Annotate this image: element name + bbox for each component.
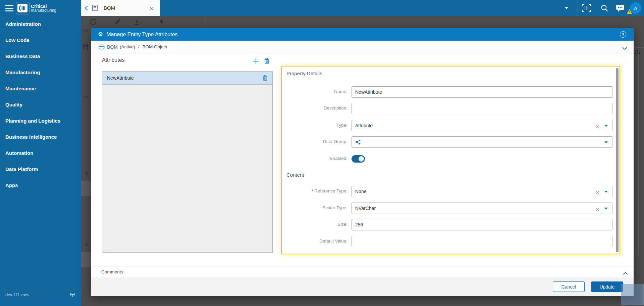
- breadcrumb: BOM (Active) / BOM Object: [91, 41, 634, 53]
- name-label: Name:: [282, 89, 347, 94]
- tab-close-icon[interactable]: [150, 6, 154, 12]
- data-group-select[interactable]: [352, 136, 612, 148]
- type-select[interactable]: Attribute: [352, 120, 612, 131]
- dialog-footer: Cancel Update: [91, 277, 634, 296]
- refresh-icon: [89, 18, 97, 27]
- dropdown-caret-icon[interactable]: [604, 191, 608, 193]
- topbar-divider: [578, 0, 578, 16]
- dropdown-caret-icon[interactable]: [604, 141, 608, 143]
- network-status-icon: [70, 293, 75, 299]
- cancel-button[interactable]: Cancel: [553, 281, 585, 292]
- name-field[interactable]: [352, 86, 612, 98]
- collapse-chevron-down-icon[interactable]: [622, 45, 627, 51]
- list-view-icon: [83, 44, 89, 52]
- attribute-list-item-selected[interactable]: NewAttribute: [102, 72, 272, 85]
- sidebar-item-planning-and-logistics[interactable]: Planning and Logistics: [0, 113, 81, 129]
- backdrop-dashed-line: [638, 50, 639, 255]
- dropdown-caret-icon[interactable]: [604, 125, 608, 127]
- property-details-panel: Property Details Name: Description: Type…: [281, 66, 620, 254]
- delete-attribute-icon[interactable]: [264, 58, 269, 65]
- search-icon[interactable]: [600, 4, 608, 13]
- topbar-divider: [612, 0, 612, 16]
- sidebar-item-low-code[interactable]: Low Code: [0, 32, 81, 48]
- sidebar-item-data-platform[interactable]: Data Platform: [0, 161, 81, 177]
- hidden-text-fragment: O: [85, 242, 88, 247]
- clear-icon[interactable]: [596, 207, 599, 213]
- description-field[interactable]: [352, 103, 612, 114]
- topbar: BOM: [81, 0, 644, 16]
- reference-type-label-text: Reference Type:: [314, 188, 347, 193]
- sidebar: Critical manufacturing Administration Lo…: [0, 0, 81, 306]
- reference-type-label: *Reference Type:: [282, 188, 347, 193]
- scalar-type-label: Scalar Type:: [282, 205, 347, 210]
- sidebar-item-business-data[interactable]: Business Data: [0, 48, 81, 64]
- property-details-title: Property Details: [286, 71, 322, 76]
- attribute-name: NewAttribute: [107, 75, 263, 81]
- barcode-scan-icon[interactable]: [582, 4, 591, 13]
- touch-indicator-overlay: [621, 284, 644, 305]
- required-marker: *: [312, 188, 313, 193]
- breadcrumb-object: BOM Object: [142, 44, 167, 49]
- company-logo-icon[interactable]: [17, 4, 28, 12]
- toolbar-label-fragment: Re: [84, 29, 89, 32]
- enabled-label: Enabled:: [282, 156, 347, 161]
- size-label: Size:: [282, 222, 347, 227]
- comments-section[interactable]: Comments:: [91, 266, 634, 277]
- comments-collapse-chevron-up-icon[interactable]: [623, 270, 628, 276]
- logo-subtitle: manufacturing: [31, 8, 56, 12]
- clear-icon[interactable]: [596, 124, 599, 130]
- sidebar-item-manufacturing[interactable]: Manufacturing: [0, 64, 81, 81]
- manage-entity-type-attributes-dialog: ⚙ Manage Entity Type Attributes ? BOM (A…: [91, 28, 634, 296]
- application-root: Critical manufacturing Administration Lo…: [0, 0, 644, 306]
- edit-pencil-icon: [114, 18, 121, 26]
- dropdown-caret-icon[interactable]: [604, 208, 608, 210]
- chevron-down-fragment-icon: [84, 94, 88, 100]
- reference-type-value: None: [355, 189, 366, 194]
- breadcrumb-separator: /: [138, 44, 140, 49]
- sidebar-item-maintenance[interactable]: Maintenance: [0, 81, 81, 97]
- sidebar-item-business-intelligence[interactable]: Business Intelligence: [0, 129, 81, 145]
- caret-down-icon[interactable]: [565, 7, 568, 9]
- scalar-type-select[interactable]: NVarChar: [352, 203, 612, 214]
- type-label: Type:: [282, 123, 347, 128]
- add-attribute-icon[interactable]: [253, 58, 259, 65]
- type-value: Attribute: [355, 123, 373, 128]
- update-button[interactable]: Update: [591, 281, 623, 292]
- sidebar-item-apps[interactable]: Apps: [0, 177, 81, 193]
- tab-label: BOM: [104, 5, 115, 11]
- lightning-action-icon: [158, 18, 165, 27]
- size-field[interactable]: [352, 219, 612, 230]
- breadcrumb-entity-state: (Active): [120, 44, 135, 49]
- default-value-label: Default Value:: [282, 238, 347, 244]
- scalar-type-value: NVarChar: [355, 206, 376, 211]
- description-label: Description:: [282, 105, 347, 111]
- tab-bom[interactable]: BOM: [81, 0, 160, 16]
- content-section-title: Content: [286, 172, 304, 178]
- export-download-icon: [133, 18, 140, 27]
- breadcrumb-entity-link[interactable]: BOM: [107, 44, 118, 50]
- document-icon: [92, 5, 98, 12]
- sidebar-item-automation[interactable]: Automation: [0, 145, 81, 161]
- hidden-text-fragment: O: [85, 171, 88, 176]
- chat-icon[interactable]: [616, 4, 625, 13]
- hamburger-menu-icon[interactable]: [5, 5, 13, 11]
- sidebar-item-administration[interactable]: Administration: [0, 16, 81, 32]
- help-icon[interactable]: ?: [620, 31, 626, 38]
- toggle-knob: [359, 156, 364, 162]
- panel-scrollbar[interactable]: [616, 68, 619, 252]
- dialog-header: ⚙ Manage Entity Type Attributes: [91, 28, 634, 41]
- upload-box-icon: [635, 49, 641, 56]
- comments-label: Comments:: [101, 269, 124, 274]
- row-delete-icon[interactable]: [263, 75, 268, 81]
- back-chevron-icon[interactable]: [85, 6, 88, 12]
- sidebar-item-quality[interactable]: Quality: [0, 97, 81, 113]
- toolbar-divider: [205, 17, 205, 28]
- gear-icon: ⚙: [98, 32, 103, 37]
- default-value-field[interactable]: [352, 236, 612, 247]
- data-group-label: Data Group:: [282, 139, 347, 144]
- enabled-toggle[interactable]: [352, 155, 365, 163]
- sidebar-footer-divider: [0, 289, 81, 289]
- backdrop-dashed-line: [634, 47, 644, 48]
- reference-type-select[interactable]: None: [352, 186, 612, 197]
- clear-icon[interactable]: [596, 190, 599, 196]
